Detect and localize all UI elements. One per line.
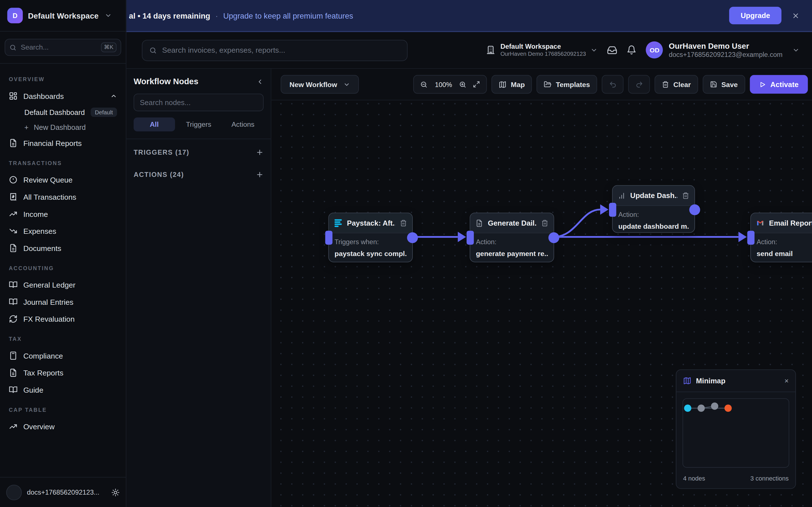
minimap-panel[interactable]: Minimap × bbox=[676, 369, 796, 489]
user-avatar[interactable] bbox=[6, 485, 22, 500]
sidebar-item-default-dashboard[interactable]: Default Dashboard Default bbox=[5, 105, 121, 119]
tab-actions[interactable]: Actions bbox=[222, 117, 264, 131]
delete-node-icon[interactable] bbox=[400, 219, 407, 227]
map-toggle-button[interactable]: Map bbox=[492, 75, 532, 94]
trending-up-icon bbox=[9, 422, 17, 431]
zoom-in-icon[interactable] bbox=[459, 80, 467, 89]
workflow-name-dropdown[interactable]: New Workflow bbox=[281, 75, 359, 94]
sidebar-item-label: Guide bbox=[23, 386, 43, 394]
input-port[interactable] bbox=[609, 203, 616, 217]
fit-view-icon[interactable] bbox=[473, 81, 480, 88]
workspace-name: Default Workspace bbox=[28, 11, 99, 20]
chevron-up-icon[interactable] bbox=[110, 93, 117, 100]
sidebar-search-input[interactable]: Search... ⌘K bbox=[5, 39, 121, 56]
workspace-avatar: D bbox=[7, 8, 23, 23]
collapse-panel-icon[interactable] bbox=[256, 78, 264, 86]
chevron-down-icon bbox=[792, 47, 800, 54]
app-root: D Default Workspace Search... ⌘K OVERVIE… bbox=[0, 0, 812, 507]
templates-button[interactable]: Templates bbox=[537, 75, 597, 94]
upgrade-button[interactable]: Upgrade bbox=[729, 7, 781, 24]
sidebar-item-tax-reports[interactable]: Tax Reports bbox=[5, 364, 121, 381]
input-port[interactable] bbox=[325, 231, 333, 245]
map-icon bbox=[683, 377, 691, 385]
sidebar-item-guide[interactable]: Guide bbox=[5, 381, 121, 399]
sidebar-item-dashboards[interactable]: Dashboards bbox=[5, 87, 121, 105]
workflow-node-generate-report[interactable]: Generate Dail... Action: generate paymen… bbox=[470, 213, 554, 262]
sidebar-item-documents[interactable]: Documents bbox=[5, 239, 121, 257]
tab-triggers[interactable]: Triggers bbox=[178, 117, 219, 131]
bell-icon[interactable] bbox=[627, 45, 637, 55]
alert-circle-icon bbox=[9, 175, 17, 184]
map-label: Map bbox=[511, 80, 525, 89]
sidebar-item-label: FX Revaluation bbox=[23, 315, 75, 323]
book-open-icon bbox=[9, 297, 17, 306]
output-port[interactable] bbox=[689, 205, 700, 216]
sidebar-item-label: Income bbox=[23, 210, 48, 218]
global-search-input[interactable]: Search invoices, expenses, reports... bbox=[142, 40, 407, 61]
canvas-toolbar: New Workflow 100% bbox=[271, 69, 812, 100]
sidebar-item-financial-reports[interactable]: Financial Reports bbox=[5, 135, 121, 152]
input-port[interactable] bbox=[467, 231, 474, 245]
redo-button[interactable] bbox=[628, 75, 650, 94]
plus-icon[interactable] bbox=[256, 171, 264, 179]
delete-node-icon[interactable] bbox=[682, 192, 689, 199]
undo-button[interactable] bbox=[602, 75, 624, 94]
node-filter-tabs: All Triggers Actions bbox=[134, 117, 264, 131]
sidebar-search-placeholder: Search... bbox=[20, 43, 96, 51]
clear-button[interactable]: Clear bbox=[655, 75, 698, 94]
sidebar-nav: OVERVIEW Dashboards Default Dashboard De… bbox=[0, 64, 126, 477]
output-port[interactable] bbox=[548, 232, 559, 243]
triggers-group-header[interactable]: TRIGGERS (17) bbox=[126, 139, 271, 161]
activate-button[interactable]: Activate bbox=[750, 75, 808, 94]
delete-node-icon[interactable] bbox=[541, 219, 548, 227]
workflow-name: New Workflow bbox=[290, 80, 337, 89]
save-label: Save bbox=[721, 80, 738, 89]
sidebar-item-journal-entries[interactable]: Journal Entries bbox=[5, 293, 121, 311]
triggers-group-label: TRIGGERS (17) bbox=[134, 149, 190, 156]
tab-all[interactable]: All bbox=[134, 117, 175, 131]
sidebar-item-general-ledger[interactable]: General Ledger bbox=[5, 276, 121, 293]
node-value: generate payment re... bbox=[476, 250, 548, 258]
sidebar-item-fx-revaluation[interactable]: FX Revaluation bbox=[5, 311, 121, 328]
actions-group-header[interactable]: ACTIONS (24) bbox=[126, 161, 271, 184]
upgrade-link[interactable]: Upgrade to keep all premium features bbox=[223, 11, 353, 20]
workspace-selector[interactable]: Default Workspace OurHaven Demo 17685620… bbox=[486, 43, 598, 58]
inbox-icon[interactable] bbox=[607, 45, 617, 55]
sidebar-item-all-transactions[interactable]: All Transactions bbox=[5, 188, 121, 206]
sidebar-item-review-queue[interactable]: Review Queue bbox=[5, 171, 121, 188]
minimap-title: Minimap bbox=[696, 377, 780, 385]
canvas-grid[interactable]: Paystack: Aft... Triggers when: paystack… bbox=[271, 69, 812, 507]
chevron-down-icon bbox=[591, 47, 598, 54]
sidebar-item-label: Tax Reports bbox=[23, 369, 63, 377]
sidebar-item-new-dashboard[interactable]: + New Dashboard bbox=[5, 119, 121, 134]
workflow-canvas[interactable]: Paystack: Aft... Triggers when: paystack… bbox=[271, 69, 812, 507]
gmail-icon bbox=[756, 219, 764, 227]
clear-label: Clear bbox=[673, 80, 691, 89]
output-port[interactable] bbox=[407, 232, 418, 243]
sidebar-item-expenses[interactable]: Expenses bbox=[5, 223, 121, 240]
workflow-node-update-dashboard[interactable]: Update Dash... Action: update dashboard … bbox=[612, 185, 695, 233]
theme-toggle-sun-icon[interactable] bbox=[111, 488, 119, 496]
sidebar-item-compliance[interactable]: Compliance bbox=[5, 347, 121, 364]
book-open-icon bbox=[9, 385, 17, 394]
plus-icon[interactable] bbox=[256, 149, 264, 156]
building-icon bbox=[486, 45, 496, 55]
input-port[interactable] bbox=[747, 231, 755, 245]
minimap-connection-count: 3 connections bbox=[750, 475, 789, 482]
workflow-node-email-report[interactable]: Email Report Action: send email bbox=[750, 213, 812, 262]
sidebar-item-cap-overview[interactable]: Overview bbox=[5, 418, 121, 435]
templates-label: Templates bbox=[556, 80, 590, 89]
save-button[interactable]: Save bbox=[703, 75, 745, 94]
workflow-node-paystack-trigger[interactable]: Paystack: Aft... Triggers when: paystack… bbox=[328, 213, 412, 262]
banner-close-icon[interactable] bbox=[792, 11, 800, 19]
sidebar-item-income[interactable]: Income bbox=[5, 205, 121, 223]
node-value: update dashboard m... bbox=[618, 223, 689, 230]
minimap-close-icon[interactable]: × bbox=[784, 377, 789, 385]
node-search-input[interactable]: Search nodes... bbox=[134, 94, 264, 111]
trial-remaining-text: al • 14 days remaining bbox=[129, 11, 210, 20]
workspace-switcher[interactable]: D Default Workspace bbox=[0, 0, 126, 32]
zoom-out-icon[interactable] bbox=[420, 80, 428, 89]
user-menu[interactable]: OD OurHaven Demo User docs+1768562092123… bbox=[646, 41, 800, 60]
minimap-viewport[interactable] bbox=[682, 398, 789, 467]
footer-user-email: docs+1768562092123... bbox=[27, 489, 106, 496]
